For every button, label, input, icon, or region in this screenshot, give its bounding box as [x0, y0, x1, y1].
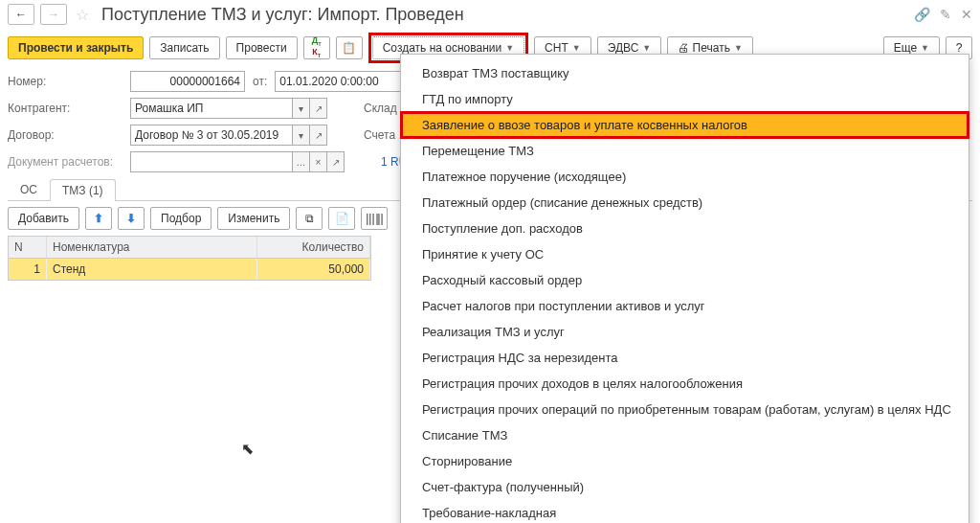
add-row-button[interactable]: Добавить	[8, 207, 79, 230]
contract-label: Договор:	[8, 128, 122, 142]
titlebar: ← → ☆ Поступление ТМЗ и услуг: Импорт. П…	[0, 0, 980, 29]
dropdown-item[interactable]: Принятие к учету ОС	[401, 241, 969, 267]
dropdown-item[interactable]: Сторнирование	[401, 448, 969, 474]
print-label: Печать	[693, 41, 730, 55]
chevron-down-icon[interactable]: ▾	[293, 98, 310, 119]
docsettle-combo: …×↗	[130, 151, 345, 172]
change-button[interactable]: Изменить	[217, 207, 290, 230]
chevron-down-icon[interactable]: ▾	[293, 125, 310, 146]
copy-button[interactable]: ⧉	[296, 207, 323, 230]
cell-qty: 50,000	[257, 259, 370, 280]
structure-button[interactable]: 📋	[336, 36, 363, 59]
items-table: N Номенклатура Количество 1 Стенд 50,000	[8, 236, 371, 281]
dropdown-item[interactable]: ГТД по импорту	[401, 86, 969, 112]
mouse-cursor-icon: ⬉	[241, 440, 254, 458]
number-input[interactable]: 00000001664	[130, 71, 245, 92]
date-input[interactable]: 01.01.2020 0:00:00	[275, 71, 409, 92]
contragent-input[interactable]: Ромашка ИП	[130, 98, 293, 119]
table-header: N Номенклатура Количество	[9, 237, 370, 259]
col-n[interactable]: N	[9, 237, 47, 258]
paste-button[interactable]: 📄	[328, 207, 355, 230]
edvs-label: ЭДВС	[608, 41, 639, 55]
dropdown-item[interactable]: Заявление о ввозе товаров и уплате косве…	[401, 112, 969, 138]
cell-n: 1	[9, 259, 47, 280]
dropdown-item[interactable]: Реализация ТМЗ и услуг	[401, 319, 969, 345]
open-icon[interactable]: ↗	[327, 151, 345, 172]
dropdown-item[interactable]: Платежное поручение (исходящее)	[401, 164, 969, 190]
dropdown-item[interactable]: Перемещение ТМЗ	[401, 138, 969, 164]
save-button[interactable]: Записать	[149, 36, 219, 59]
post-and-close-button[interactable]: Провести и закрыть	[8, 36, 144, 59]
docsettle-input[interactable]	[130, 151, 293, 172]
pick-button[interactable]: Подбор	[150, 207, 212, 230]
col-qty[interactable]: Количество	[257, 237, 370, 258]
from-label: от:	[253, 75, 267, 88]
contragent-label: Контрагент:	[8, 102, 122, 115]
table-row[interactable]: 1 Стенд 50,000	[9, 259, 370, 280]
dropdown-item[interactable]: Возврат ТМЗ поставщику	[401, 60, 969, 86]
tab-tmz[interactable]: ТМЗ (1)	[50, 179, 116, 201]
clear-icon[interactable]: …	[293, 151, 310, 172]
barcode-button[interactable]: |||‖|	[361, 207, 388, 230]
more-label: Еще	[894, 41, 917, 55]
dropdown-item[interactable]: Платежный ордер (списание денежных средс…	[401, 190, 969, 216]
x-icon[interactable]: ×	[310, 151, 327, 172]
post-button[interactable]: Провести	[226, 36, 298, 59]
number-label: Номер:	[8, 75, 122, 88]
create-based-label: Создать на основании	[383, 41, 502, 55]
chevron-down-icon: ▼	[734, 43, 743, 53]
dk-postings-button[interactable]: ДтКт	[303, 36, 330, 59]
col-nomen[interactable]: Номенклатура	[47, 237, 257, 258]
warehouse-label: Склад	[364, 102, 397, 115]
move-up-button[interactable]: ⬆	[85, 207, 112, 230]
dropdown-item[interactable]: Расходный кассовый ордер	[401, 267, 969, 293]
contract-combo: Договор № 3 от 30.05.2019 ▾↗	[130, 125, 327, 146]
nav-forward-button[interactable]: →	[40, 4, 67, 25]
docsettle-label: Документ расчетов:	[8, 155, 122, 169]
chevron-down-icon: ▼	[642, 43, 651, 53]
nav-back-button[interactable]: ←	[8, 4, 34, 25]
tab-os[interactable]: ОС	[8, 178, 50, 200]
dropdown-item[interactable]: Требование-накладная	[401, 500, 969, 523]
account-label: Счета	[364, 128, 395, 142]
open-icon[interactable]: ↗	[310, 125, 327, 146]
contract-input[interactable]: Договор № 3 от 30.05.2019	[130, 125, 293, 146]
dropdown-item[interactable]: Расчет налогов при поступлении активов и…	[401, 293, 969, 319]
cell-nomen: Стенд	[47, 259, 257, 280]
pin-icon[interactable]: ✎	[940, 7, 951, 22]
structure-icon: 📋	[342, 41, 356, 55]
snt-label: СНТ	[545, 41, 568, 55]
dk-icon: ДтКт	[312, 36, 322, 59]
dropdown-item[interactable]: Счет-фактура (полученный)	[401, 474, 969, 500]
chevron-down-icon: ▼	[572, 43, 581, 53]
move-down-button[interactable]: ⬇	[118, 207, 145, 230]
dropdown-item[interactable]: Регистрация НДС за нерезидента	[401, 345, 969, 371]
favorite-star-icon[interactable]: ☆	[73, 6, 92, 24]
open-icon[interactable]: ↗	[310, 98, 327, 119]
close-icon[interactable]: ✕	[961, 7, 972, 22]
printer-icon: 🖨	[678, 41, 692, 55]
dropdown-item[interactable]: Регистрация прочих операций по приобрете…	[401, 397, 969, 422]
dropdown-item[interactable]: Поступление доп. расходов	[401, 216, 969, 241]
create-based-dropdown: Возврат ТМЗ поставщикуГТД по импортуЗаяв…	[400, 54, 969, 523]
contragent-combo: Ромашка ИП ▾↗	[130, 98, 327, 119]
link-icon[interactable]: 🔗	[914, 7, 930, 22]
chevron-down-icon: ▼	[921, 43, 929, 53]
chevron-down-icon: ▼	[505, 43, 514, 53]
dropdown-item[interactable]: Списание ТМЗ	[401, 422, 969, 448]
window-title: Поступление ТМЗ и услуг: Импорт. Проведе…	[101, 5, 464, 25]
dropdown-item[interactable]: Регистрация прочих доходов в целях налог…	[401, 371, 969, 397]
